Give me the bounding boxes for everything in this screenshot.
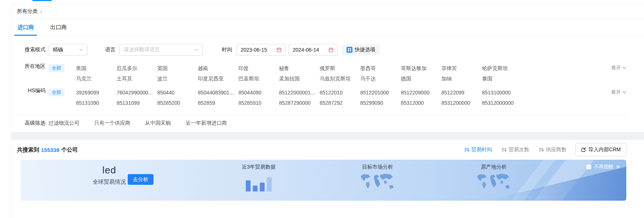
filter-logistics-link[interactable]: 过滤物流公司 — [48, 120, 79, 127]
region-item[interactable]: 印度尼西亚 — [198, 73, 238, 84]
region-item[interactable]: 乌克兰 — [76, 73, 117, 84]
region-expand-link[interactable]: 展开 — [611, 65, 626, 71]
keyword-text: led — [87, 165, 131, 176]
region-item[interactable]: 印度 — [238, 63, 279, 73]
import-crm-button[interactable]: 导入内部CRM — [575, 143, 626, 156]
tab-exporters[interactable]: 出口商 — [50, 19, 67, 35]
region-item[interactable]: 德国 — [401, 73, 441, 84]
region-item[interactable]: 哈萨克斯坦 — [482, 63, 523, 73]
hs-code-expand-link[interactable]: 展开 — [611, 89, 626, 96]
region-item[interactable]: 美国 — [76, 63, 117, 73]
hs-code-item[interactable]: 85122099 — [441, 87, 482, 98]
hs-code-item[interactable]: 85122010 — [320, 87, 360, 98]
hs-code-item[interactable]: 85312000000 — [482, 98, 523, 108]
region-item[interactable]: 土耳其 — [117, 73, 157, 84]
dont-remind-checkbox[interactable] — [586, 165, 591, 169]
chevron-down-icon — [623, 67, 626, 69]
count-prefix: 共搜索到 — [17, 146, 39, 153]
region-item[interactable]: 秘鲁 — [279, 63, 320, 73]
region-item[interactable]: 哥斯达黎加 — [401, 63, 441, 73]
bar-chart-icon — [233, 174, 285, 191]
breadcrumb[interactable]: 所有分类 › — [11, 4, 644, 19]
hs-code-item[interactable]: 76042990000... — [117, 87, 157, 98]
hs-code-item[interactable]: 85312000 — [401, 98, 441, 108]
banner-card-origin-title: 原产地分析 — [464, 164, 523, 170]
hs-code-item[interactable]: 850440 — [157, 87, 198, 98]
hs-code-item[interactable]: 8512201000 — [360, 87, 401, 98]
region-filter-row: 所在地区 全部 美国 厄瓜多尔 英国 越南 印度 秘鲁 俄罗斯 墨西哥 哥斯达黎… — [11, 63, 644, 84]
hs-code-item[interactable]: 8513100000 — [482, 87, 523, 98]
chevron-down-icon — [194, 49, 198, 51]
tab-importers[interactable]: 进口商 — [17, 19, 34, 35]
sort-icon — [502, 147, 507, 152]
region-item[interactable]: 泰国 — [482, 73, 523, 84]
banner-card-trade-data-title: 近3年贸易数据 — [233, 164, 285, 170]
hs-code-item[interactable]: 85131090 — [76, 98, 117, 108]
search-mode-value: 精确 — [53, 46, 63, 53]
banner-card-target-market-title: 目标市场分析 — [348, 164, 407, 170]
start-date-input[interactable]: 2023-06-15 — [237, 44, 286, 56]
hs-code-item[interactable]: 852859 — [198, 98, 238, 108]
banner-card-trade-data[interactable]: 近3年贸易数据 — [233, 164, 285, 191]
breadcrumb-label: 所有分类 — [17, 8, 38, 15]
hs-code-item[interactable]: 39269099 — [76, 87, 117, 98]
hs-code-item[interactable]: 85131099 — [117, 98, 157, 108]
hs-code-item[interactable]: 8531200000 — [441, 98, 482, 108]
region-all-col: 全部 — [45, 63, 75, 84]
world-map-icon — [357, 173, 398, 192]
region-item[interactable]: 乌兹别克斯坦 — [320, 73, 360, 84]
region-item[interactable]: 厄瓜多尔 — [117, 63, 157, 73]
sort-trade-count[interactable]: 贸易次数 — [502, 146, 529, 153]
sort-trade-time[interactable]: 贸易时间 — [464, 146, 492, 153]
sort-supplier-count-label: 供应商数 — [546, 146, 566, 153]
sort-supplier-count[interactable]: 供应商数 — [539, 146, 566, 153]
end-date-input[interactable]: 2024-06-14 — [289, 44, 338, 56]
chevron-right-icon: › — [40, 8, 42, 15]
hs-code-label: HS编码 — [11, 87, 45, 108]
hs-code-item[interactable]: 85122000001... — [279, 87, 320, 98]
region-item[interactable]: 巴基斯坦 — [238, 73, 279, 84]
hs-code-item[interactable]: 85285910 — [238, 98, 279, 108]
region-item[interactable]: 孟加拉国 — [279, 73, 320, 84]
banner-card-target-market[interactable]: 目标市场分析 — [348, 164, 407, 192]
hs-code-item[interactable]: 85044083901... — [198, 87, 238, 98]
region-item[interactable]: 乌干达 — [360, 73, 401, 84]
language-select[interactable]: 请选择翻译语言 — [119, 44, 203, 56]
close-icon[interactable]: ✕ — [616, 164, 620, 170]
analyze-button[interactable]: 去分析 — [128, 174, 154, 185]
hs-code-item[interactable]: 85044090 — [238, 87, 279, 98]
filter-new-importers-link[interactable]: 近一年新增进口商 — [186, 120, 227, 127]
quick-options-button[interactable]: 快捷选项 — [342, 44, 380, 55]
region-item[interactable]: 波兰 — [157, 73, 198, 84]
hs-code-item[interactable]: 8512209000 — [401, 87, 441, 98]
filter-buy-from-china-link[interactable]: 从中国采购 — [145, 120, 171, 127]
sort-icon — [464, 147, 469, 152]
region-item[interactable]: 菲律宾 — [441, 63, 482, 73]
region-expand-label: 展开 — [611, 65, 621, 71]
region-all-badge[interactable]: 全部 — [48, 64, 65, 72]
filter-single-supplier-link[interactable]: 只有一个供应商 — [94, 120, 130, 127]
region-item[interactable]: 越南 — [198, 63, 238, 73]
dismiss-group: 不再提醒 ✕ — [586, 163, 620, 170]
world-map-icon — [473, 173, 514, 192]
hs-code-item[interactable]: 85287292 — [320, 98, 360, 108]
region-item[interactable]: 俄罗斯 — [320, 63, 360, 73]
count-suffix: 个公司 — [61, 146, 78, 153]
banner-card-origin[interactable]: 原产地分析 — [464, 164, 523, 192]
hs-code-items-grid: 39269099 76042990000... 850440 850440839… — [75, 87, 523, 108]
section-gap — [11, 132, 644, 140]
calendar-icon — [328, 47, 334, 52]
importer-exporter-tabs: 进口商 出口商 — [11, 19, 644, 36]
tab-importers-label: 进口商 — [17, 24, 34, 31]
region-item[interactable]: 加纳 — [441, 73, 482, 84]
hs-all-badge[interactable]: 全部 — [48, 89, 65, 96]
time-label: 时间 — [222, 46, 232, 53]
search-mode-select[interactable]: 精确 — [48, 44, 87, 56]
region-item[interactable]: 墨西哥 — [360, 63, 401, 73]
hs-code-item[interactable]: 85299090 — [360, 98, 401, 108]
hs-code-item[interactable]: 85285200 — [157, 98, 198, 108]
search-form: 搜索模式 精确 语言 请选择翻译语言 时间 2023-06-15 2024-06… — [11, 36, 644, 132]
hs-code-item[interactable]: 85287290000 — [279, 98, 320, 108]
dont-remind-label: 不再提醒 — [594, 163, 613, 170]
region-item[interactable]: 英国 — [157, 63, 198, 73]
